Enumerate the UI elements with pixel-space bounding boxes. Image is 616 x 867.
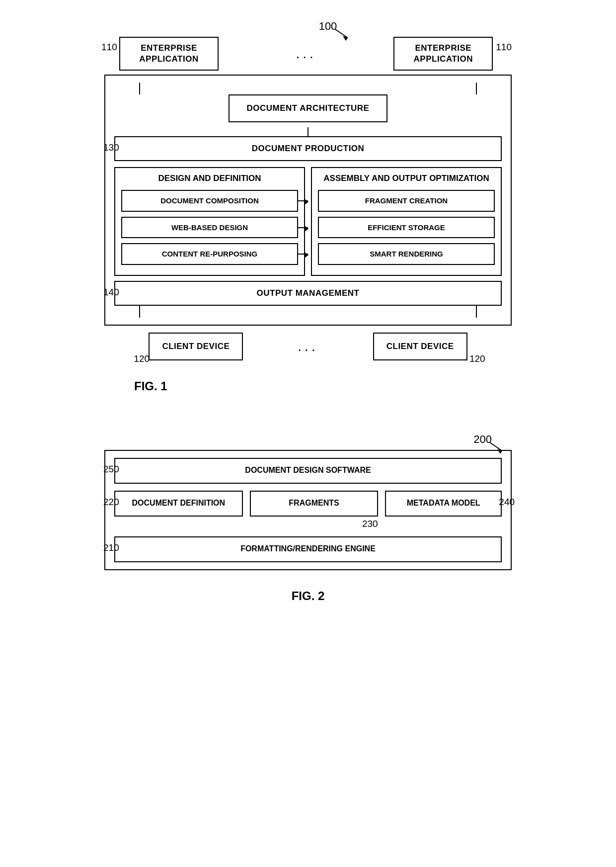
fig2-diagram: 200 250 DOCUMENT DESIGN SOFTWARE 220 DOC… <box>104 433 512 603</box>
ref-220: 220 <box>103 497 119 508</box>
client-device-row: 120 CLIENT DEVICE ... CLIENT DEVICE 120 <box>104 333 512 360</box>
doc-arch-box: DOCUMENT ARCHITECTURE <box>229 94 387 122</box>
dots-top: ... <box>291 46 321 62</box>
design-definition-panel: DESIGN AND DEFINITION DOCUMENT COMPOSITI… <box>114 167 305 276</box>
fragment-creation-box: FRAGMENT CREATION <box>318 190 495 212</box>
output-mgmt-box: OUTPUT MANAGEMENT <box>114 281 502 306</box>
fig2-caption: FIG. 2 <box>292 589 325 603</box>
ref-110-right: 110 <box>496 42 512 53</box>
enterprise-app-box-right: ENTERPRISE APPLICATION <box>393 37 493 71</box>
content-repurposing-box: CONTENT RE-PURPOSING <box>121 243 298 265</box>
client-device-box-right: CLIENT DEVICE <box>373 333 467 360</box>
efficient-storage-box: EFFICIENT STORAGE <box>318 217 495 239</box>
ref-230: 230 <box>362 519 378 529</box>
metadata-model-box: METADATA MODEL <box>385 491 502 517</box>
doc-composition-box: DOCUMENT COMPOSITION <box>121 190 298 212</box>
arrow-web-design <box>298 227 308 228</box>
left-panel-title: DESIGN AND DEFINITION <box>121 173 298 184</box>
fig2-doc-design-row: 250 DOCUMENT DESIGN SOFTWARE <box>114 458 502 484</box>
doc-definition-box: DOCUMENT DEFINITION <box>114 491 243 517</box>
ref-250: 250 <box>103 464 119 475</box>
connector-right-top <box>476 83 477 94</box>
client-device-box-left: CLIENT DEVICE <box>149 333 243 360</box>
ref-120-right: 120 <box>469 353 485 364</box>
fig2-formatting-row: 210 FORMATTING/RENDERING ENGINE <box>114 536 502 562</box>
ref-210: 210 <box>103 542 119 553</box>
inner-panels: DESIGN AND DEFINITION DOCUMENT COMPOSITI… <box>114 167 502 276</box>
smart-rendering-box: SMART RENDERING <box>318 243 495 265</box>
connector-left-bottom <box>139 306 140 318</box>
ref-240: 240 <box>499 497 515 508</box>
web-based-design-box: WEB-BASED DESIGN <box>121 217 298 239</box>
connector-left-top <box>139 83 140 94</box>
ref-120-left: 120 <box>134 353 150 364</box>
dots-bottom: ... <box>293 339 323 354</box>
formatting-engine-box: FORMATTING/RENDERING ENGINE <box>114 536 502 562</box>
arrow-content-repurposing <box>298 254 308 255</box>
enterprise-app-box-left: ENTERPRISE APPLICATION <box>119 37 219 71</box>
ref-140: 140 <box>103 287 119 298</box>
diagram-container: 100 110 ENTERPRISE APPLICATION ... ENTER… <box>30 20 586 603</box>
ref-130: 130 <box>103 142 119 153</box>
fig1-diagram: 100 110 ENTERPRISE APPLICATION ... ENTER… <box>104 20 512 393</box>
doc-production-box: DOCUMENT PRODUCTION <box>114 136 502 161</box>
doc-design-software-box: DOCUMENT DESIGN SOFTWARE <box>114 458 502 484</box>
outer-system-border: DOCUMENT ARCHITECTURE 130 DOCUMENT PRODU… <box>104 75 512 326</box>
arrow-doc-composition <box>298 200 308 201</box>
fig2-outer-border: 250 DOCUMENT DESIGN SOFTWARE 220 DOCUMEN… <box>104 450 512 570</box>
ref-110-left: 110 <box>101 42 117 53</box>
fragments-box: FRAGMENTS <box>250 491 379 517</box>
fig1-caption: FIG. 1 <box>134 379 167 393</box>
connector-right-bottom <box>476 306 477 318</box>
right-panel-title: ASSEMBLY AND OUTPUT OPTIMIZATION <box>318 173 495 184</box>
doc-production-row: 130 DOCUMENT PRODUCTION <box>114 136 502 161</box>
assembly-output-panel: ASSEMBLY AND OUTPUT OPTIMIZATION FRAGMEN… <box>311 167 502 276</box>
connector-doc-arch-down <box>308 127 308 136</box>
fig2-middle-row: 220 DOCUMENT DEFINITION FRAGMENTS 240 ME… <box>114 491 502 517</box>
output-mgmt-row: 140 OUTPUT MANAGEMENT <box>114 281 502 306</box>
